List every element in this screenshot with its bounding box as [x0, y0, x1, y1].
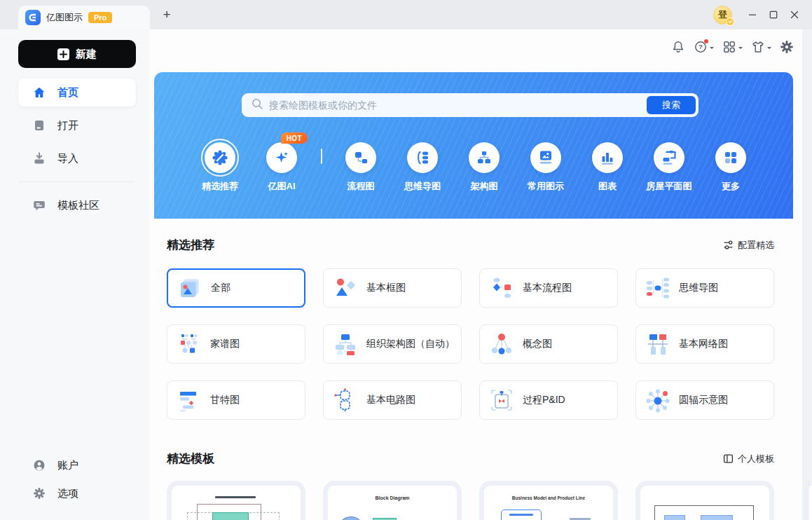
category-floorplan[interactable]: 房屋平面图: [638, 139, 700, 193]
featured-badge-icon: [205, 142, 235, 173]
vip-check-icon: [726, 18, 734, 26]
import-icon: [33, 152, 46, 165]
action-label: 配置精选: [738, 239, 774, 252]
pid-icon: [489, 388, 514, 413]
card-basic-flowchart[interactable]: 基本流程图: [479, 268, 618, 308]
thumb-shape: [701, 515, 733, 520]
sidebar-item-label: 打开: [57, 119, 78, 132]
configure-featured-button[interactable]: 配置精选: [723, 239, 774, 252]
sidebar-item-options[interactable]: 选项: [18, 479, 136, 507]
featured-section-title: 精选推荐: [167, 237, 214, 253]
category-architecture[interactable]: 架构图: [453, 139, 515, 193]
thumb-shape: [212, 512, 249, 520]
category-label: 精选推荐: [202, 180, 238, 193]
card-all[interactable]: 全部: [167, 268, 305, 308]
category-label: 常用图示: [528, 180, 564, 193]
settings-gear-icon[interactable]: [780, 40, 794, 54]
card-mindmap[interactable]: 思维导图: [635, 268, 774, 308]
card-label: 全部: [211, 282, 230, 294]
card-gantt[interactable]: 甘特图: [167, 381, 305, 420]
all-templates-icon: [177, 275, 202, 301]
category-separator: [312, 139, 330, 164]
category-featured[interactable]: 精选推荐: [189, 139, 251, 193]
utility-toolbar: ?: [671, 40, 794, 54]
thumb-title: Block Diagram: [328, 495, 457, 500]
category-label: 房屋平面图: [647, 180, 692, 193]
apps-grid-icon[interactable]: [722, 40, 743, 54]
sidebar: 新建 首页 打开: [0, 29, 149, 520]
search-bar: 搜索: [242, 93, 699, 117]
svg-text:?: ?: [699, 43, 703, 50]
chart-icon: [592, 142, 623, 173]
category-ai[interactable]: HOT 亿图AI: [251, 139, 312, 193]
thumb-shape: [664, 515, 685, 520]
sidebar-divider: [18, 182, 135, 182]
card-process-pid[interactable]: 过程P&ID: [479, 381, 618, 420]
card-basic-network[interactable]: 基本网络图: [635, 324, 774, 364]
new-tab-button[interactable]: +: [158, 0, 175, 29]
sidebar-item-import[interactable]: 导入: [18, 144, 136, 172]
template-thumbnail[interactable]: Block Diagram: [323, 481, 462, 520]
sidebar-item-template-community[interactable]: 模板社区: [18, 191, 136, 219]
app-title: 亿图图示: [46, 11, 83, 24]
search-input[interactable]: [269, 100, 641, 111]
card-org-chart-auto[interactable]: 组织架构图（自动）: [323, 324, 462, 364]
category-common-diagrams[interactable]: 常用图示: [515, 139, 577, 193]
template-thumbnail[interactable]: Business Model and Product Line: [479, 481, 618, 520]
category-flowchart[interactable]: 流程图: [330, 139, 392, 193]
family-tree-icon: [177, 331, 202, 357]
sidebar-item-open[interactable]: 打开: [18, 111, 136, 139]
next-template-peek[interactable]: [804, 481, 812, 520]
template-thumbnail[interactable]: [167, 481, 305, 520]
personal-templates-button[interactable]: 个人模板: [723, 453, 774, 465]
card-label: 基本框图: [366, 282, 406, 294]
app-logo-icon: [25, 10, 41, 25]
panel-icon: [723, 453, 734, 464]
card-basic-block[interactable]: 基本框图: [323, 268, 462, 308]
category-mindmap[interactable]: 思维导图: [392, 139, 453, 193]
category-label: 流程图: [347, 180, 375, 193]
org-chart-icon: [333, 331, 358, 357]
home-icon: [33, 86, 46, 99]
sidebar-item-account[interactable]: 账户: [18, 451, 136, 479]
card-label: 基本网络图: [679, 338, 728, 350]
scrollbar-track[interactable]: [802, 29, 812, 520]
help-icon[interactable]: ?: [694, 40, 714, 54]
notification-bell-icon[interactable]: [671, 40, 685, 54]
main-content: ?: [149, 29, 812, 520]
circuit-icon: [333, 388, 358, 413]
options-gear-icon: [33, 487, 46, 500]
user-avatar[interactable]: 登: [713, 6, 732, 25]
category-charts[interactable]: 图表: [577, 139, 638, 193]
featured-cards-grid: 全部 基本框图 基本流程图 思维导图 家谱图: [167, 268, 774, 420]
app-window: 亿图图示 Pro + 登: [0, 0, 812, 520]
basic-block-icon: [333, 275, 358, 301]
card-radial-diagram[interactable]: 圆辐示意图: [635, 381, 774, 420]
card-concept-map[interactable]: 概念图: [479, 324, 618, 364]
search-icon: [251, 97, 263, 113]
sidebar-item-label: 导入: [57, 152, 78, 165]
search-button[interactable]: 搜索: [647, 96, 696, 114]
ai-sparkle-icon: [266, 142, 297, 173]
theme-shirt-icon[interactable]: [751, 40, 771, 54]
new-button-label: 新建: [76, 48, 97, 61]
maximize-button[interactable]: [763, 0, 784, 29]
card-label: 甘特图: [210, 394, 240, 406]
card-label: 家谱图: [210, 338, 240, 350]
minimize-button[interactable]: [742, 0, 763, 29]
app-tab[interactable]: 亿图图示 Pro: [18, 6, 150, 29]
close-button[interactable]: [784, 0, 805, 29]
card-basic-circuit[interactable]: 基本电路图: [323, 381, 462, 420]
sidebar-item-home[interactable]: 首页: [18, 78, 136, 107]
card-label: 基本流程图: [523, 282, 572, 294]
new-document-button[interactable]: 新建: [18, 40, 136, 68]
chevron-down-icon: [710, 47, 714, 51]
architecture-icon: [469, 142, 500, 173]
pro-badge: Pro: [88, 12, 112, 23]
category-more[interactable]: 更多: [700, 139, 762, 193]
category-label: 亿图AI: [268, 180, 296, 193]
template-thumbnail[interactable]: [635, 481, 774, 520]
card-family-tree[interactable]: 家谱图: [167, 324, 305, 364]
notification-dot: [704, 39, 708, 43]
card-label: 过程P&ID: [523, 394, 565, 406]
